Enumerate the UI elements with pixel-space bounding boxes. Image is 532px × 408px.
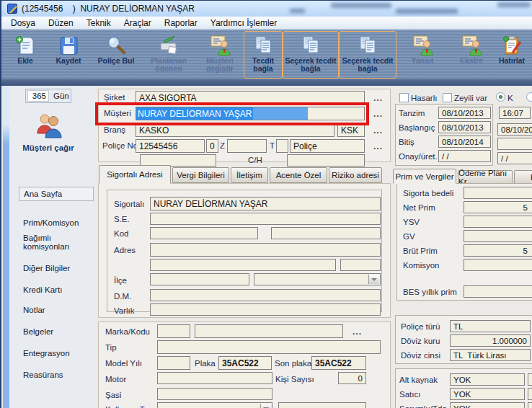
son-plaka-field[interactable]: 35AC522 bbox=[311, 356, 366, 370]
varlik-field[interactable] bbox=[150, 303, 381, 316]
toolbar-police-bul-button[interactable]: Poliçe Bul bbox=[91, 31, 141, 79]
toolbar-tecdit-bagla-button[interactable]: Tecdit bağla bbox=[244, 31, 283, 79]
tab-iletisim[interactable]: İletişim bbox=[231, 167, 268, 183]
marka-kod-field[interactable] bbox=[157, 324, 190, 338]
kullanim-tarzi-field[interactable] bbox=[157, 402, 272, 408]
zeyili-var-checkbox[interactable] bbox=[443, 93, 452, 102]
toolbar-ekle-button[interactable]: Ekle bbox=[4, 31, 46, 79]
sirket-lookup-button[interactable]: ... bbox=[373, 93, 383, 103]
alt-kaynak-extra-field[interactable] bbox=[528, 373, 532, 386]
kisi-sayisi-field[interactable]: 0 bbox=[338, 372, 366, 384]
toolbar-secerek-tecdit-bagla-button-2[interactable]: Seçerek tecdit bağla bbox=[339, 31, 396, 79]
menu-raporlar[interactable]: Raporlar bbox=[158, 17, 204, 30]
yenileme-field[interactable]: 0 bbox=[206, 139, 218, 153]
bes-yillik-prim-field[interactable] bbox=[464, 285, 532, 298]
t-field[interactable] bbox=[276, 139, 288, 153]
right-extra-field[interactable] bbox=[497, 138, 532, 150]
bitis-field[interactable]: 08/10/2014 bbox=[438, 136, 491, 148]
tab-riziko-adresi[interactable]: Riziko adresi bbox=[329, 167, 382, 183]
tip-field[interactable] bbox=[157, 340, 381, 354]
gv-field[interactable] bbox=[464, 230, 532, 242]
toolbar-kaydet-button[interactable]: Kaydet bbox=[46, 31, 91, 79]
tab-odeme-plani[interactable]: Ödeme Planı Kr bbox=[458, 170, 513, 184]
marka-lookup-button[interactable]: ... bbox=[353, 327, 362, 337]
zeyil-field[interactable] bbox=[227, 139, 267, 153]
brans-field[interactable]: KASKO bbox=[136, 123, 334, 137]
komisyon-field[interactable] bbox=[464, 259, 532, 271]
baslangic2-field[interactable]: 08/10/2013 bbox=[497, 123, 532, 136]
sidebar-item-ana-sayfa[interactable]: Ana Sayfa bbox=[19, 187, 94, 201]
sidebar-item-reasurans[interactable]: Reasürans bbox=[19, 368, 94, 382]
marka-field[interactable] bbox=[195, 324, 343, 338]
tab-acente-ozel[interactable]: Acente Özel bbox=[270, 167, 327, 183]
model-yili-field[interactable] bbox=[157, 356, 190, 370]
chevron-down-icon[interactable] bbox=[260, 404, 271, 408]
ilce-field-1[interactable] bbox=[150, 273, 249, 285]
kullanim-tarzi-field-2[interactable] bbox=[278, 402, 366, 408]
toolbar-musteri-degistir-button[interactable]: Müşteri değiştir bbox=[196, 31, 244, 79]
days-input[interactable]: 365 bbox=[27, 90, 49, 102]
menu-araclar[interactable]: Araçlar bbox=[118, 17, 158, 30]
menu-teknik[interactable]: Teknik bbox=[80, 17, 118, 30]
toolbar-secerek-tecdit-bagla-button-1[interactable]: Seçerek tecdit bağla bbox=[283, 31, 339, 79]
tab-sigortali-adresi[interactable]: Sigortalı Adresi bbox=[99, 165, 171, 184]
sidebar-item-bagimli-komisyonlari[interactable]: Bağımlı komisyonları bbox=[19, 235, 94, 249]
adres-field-3[interactable] bbox=[340, 259, 381, 271]
musteri-field[interactable]: NURAY DELİORMAN YAŞAR bbox=[136, 107, 365, 120]
ch-field[interactable] bbox=[287, 154, 365, 167]
sidebar-item-notlar[interactable]: Notlar bbox=[19, 303, 94, 317]
sidebar-item-kredi-karti[interactable]: Kredi Kartı bbox=[19, 283, 94, 297]
alt-kaynak-field[interactable]: YOK bbox=[450, 373, 525, 386]
onay2-field[interactable]: / / bbox=[497, 152, 532, 164]
motor-field[interactable] bbox=[157, 372, 272, 384]
sidebar-item-belgeler[interactable]: Belgeler bbox=[19, 324, 94, 339]
brans-kod-field[interactable]: KSK bbox=[337, 123, 365, 137]
chevron-down-icon[interactable] bbox=[368, 275, 379, 284]
sigortali-field[interactable]: NURAY DELİORMAN YAŞAR bbox=[150, 197, 381, 210]
i-radio[interactable] bbox=[526, 92, 532, 102]
doviz-cinsi-select[interactable]: TL Türk Lirası bbox=[450, 349, 531, 361]
tanzim-field[interactable]: 08/10/2013 bbox=[438, 107, 491, 119]
police-no-field[interactable]: 12545456 bbox=[136, 139, 205, 153]
menu-yardimci-islemler[interactable]: Yardımcı İşlemler bbox=[204, 17, 283, 30]
toolbar-yansit-button[interactable]: Yansıt bbox=[396, 31, 448, 79]
kod-field-2[interactable] bbox=[271, 227, 381, 239]
tab-vergi-bilgileri[interactable]: Vergi Bilgileri bbox=[172, 167, 229, 183]
ysv-field[interactable] bbox=[464, 216, 532, 228]
dm-field[interactable] bbox=[150, 289, 381, 301]
adres-field-1[interactable] bbox=[150, 243, 381, 257]
tab-ba[interactable]: Ba bbox=[514, 170, 532, 184]
brans-lookup-button[interactable]: ... bbox=[373, 125, 383, 136]
kod-field-1[interactable] bbox=[150, 227, 258, 239]
sidebar-item-prim-komisyon[interactable]: Prim/Komisyon bbox=[19, 216, 94, 230]
adres-field-2[interactable] bbox=[150, 259, 336, 271]
satici-extra-field[interactable] bbox=[528, 388, 532, 400]
sidebar-item-diger-bilgiler[interactable]: Diğer Bilgiler bbox=[19, 261, 94, 275]
satici-field[interactable]: YOK bbox=[450, 388, 525, 400]
ilce-field-2[interactable] bbox=[254, 273, 381, 285]
doviz-kuru-field[interactable]: 1.000000 bbox=[450, 334, 531, 347]
police-turu-select[interactable]: TL bbox=[450, 320, 531, 332]
police-no-lookup-button[interactable]: ... bbox=[373, 141, 383, 151]
toolbar-ekstre-button[interactable]: Ekstre bbox=[448, 31, 495, 79]
call-customer-button[interactable]: Müşteri çağır bbox=[19, 112, 77, 153]
menu-duzen[interactable]: Düzen bbox=[42, 17, 80, 30]
tab-prim-ve-vergiler[interactable]: Prim ve Vergiler bbox=[393, 169, 456, 184]
sigorta-bedeli-field[interactable] bbox=[464, 187, 532, 199]
onay-uret-field[interactable]: / / bbox=[438, 150, 491, 162]
brut-prim-field[interactable]: 5 bbox=[464, 244, 532, 257]
toolbar-planlanan-odenen-button[interactable]: Planlanan ödenen bbox=[141, 31, 196, 79]
baslangic-field[interactable]: 08/10/2013 bbox=[438, 121, 491, 133]
sidebar-item-entegrasyon[interactable]: Entegrasyon bbox=[19, 346, 94, 360]
net-prim-field[interactable]: 5 bbox=[464, 201, 532, 213]
sirket-field[interactable]: AXA SIGORTA bbox=[136, 91, 365, 105]
sorumlu-field[interactable]: YOK bbox=[450, 402, 525, 408]
se-field[interactable] bbox=[150, 213, 381, 225]
hasarli-checkbox[interactable] bbox=[399, 93, 409, 102]
menu-dosya[interactable]: Dosya bbox=[4, 17, 42, 30]
plaka-field[interactable]: 35AC522 bbox=[218, 356, 272, 370]
toolbar-hatirlat-button[interactable]: Hatırlat bbox=[495, 31, 529, 79]
sasi-field[interactable] bbox=[157, 388, 272, 400]
musteri-lookup-button[interactable]: ... bbox=[373, 109, 383, 119]
sorumlu-extra-field[interactable] bbox=[528, 402, 532, 408]
